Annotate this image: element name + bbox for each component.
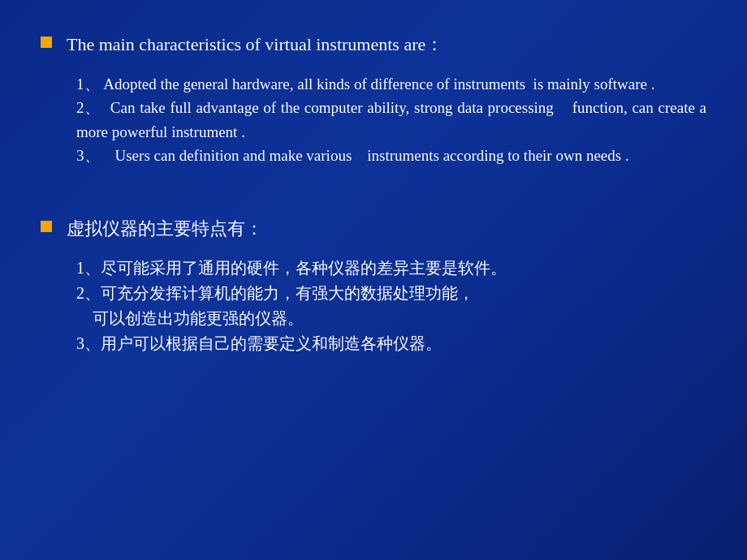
sub-content-english: 1、 Adopted the general hardware, all kin…: [76, 72, 706, 168]
spacer: [41, 192, 706, 209]
bullet-item-chinese: 虚拟仪器的主要特点有：: [41, 217, 706, 242]
bullet-square-2: [41, 221, 52, 232]
bullet-square-1: [41, 37, 52, 48]
bullet-text-english: The main characteristics of virtual inst…: [67, 32, 443, 58]
sub-line-zh-3: 可以创造出功能更强的仪器。: [76, 306, 706, 331]
bullet-item-english: The main characteristics of virtual inst…: [41, 32, 706, 58]
slide: The main characteristics of virtual inst…: [0, 0, 747, 560]
sub-line-3: 3、 Users can definition and make various…: [76, 144, 706, 167]
sub-content-chinese: 1、尽可能采用了通用的硬件，各种仪器的差异主要是软件。 2、可充分发挥计算机的能…: [76, 256, 706, 356]
bullet-text-chinese: 虚拟仪器的主要特点有：: [67, 217, 263, 242]
sub-line-zh-2: 2、可充分发挥计算机的能力，有强大的数据处理功能，: [76, 281, 706, 306]
section-english: The main characteristics of virtual inst…: [41, 32, 706, 168]
sub-line-zh-1: 1、尽可能采用了通用的硬件，各种仪器的差异主要是软件。: [76, 256, 706, 281]
sub-line-1: 1、 Adopted the general hardware, all kin…: [76, 72, 706, 96]
sub-line-zh-4: 3、用户可以根据自己的需要定义和制造各种仪器。: [76, 331, 706, 356]
section-chinese: 虚拟仪器的主要特点有： 1、尽可能采用了通用的硬件，各种仪器的差异主要是软件。 …: [41, 217, 706, 357]
sub-line-2: 2、 Can take full advantage of the comput…: [76, 96, 706, 144]
